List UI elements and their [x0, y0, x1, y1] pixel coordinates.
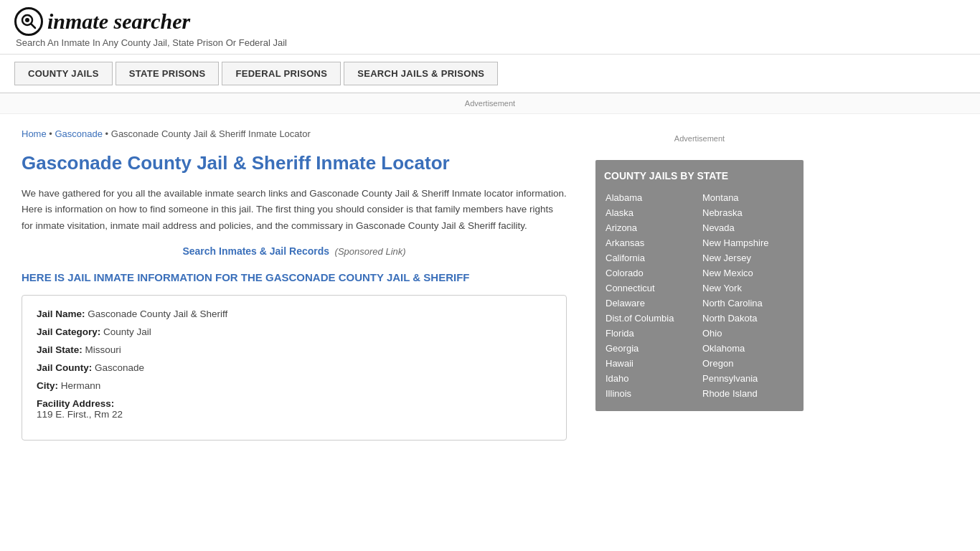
state-link[interactable]: Illinois — [604, 386, 698, 401]
sidebar: Advertisement COUNTY JAILS BY STATE Alab… — [588, 114, 811, 455]
state-link[interactable]: New York — [701, 281, 795, 296]
nav-search-jails-prisons[interactable]: SEARCH JAILS & PRISONS — [344, 62, 498, 85]
jail-name-value: Gasconade County Jail & Sheriff — [88, 309, 227, 319]
logo-area: inmate searcher — [14, 7, 966, 36]
state-link[interactable]: North Dakota — [701, 311, 795, 326]
state-link[interactable]: New Hampshire — [701, 235, 795, 250]
jail-city-label: City: — [37, 380, 58, 391]
state-link[interactable]: Montana — [701, 190, 795, 205]
state-link[interactable]: Ohio — [701, 326, 795, 341]
nav-county-jails[interactable]: COUNTY JAILS — [14, 62, 113, 85]
jail-address-value: 119 E. First., Rm 22 — [37, 409, 552, 420]
state-link[interactable]: Idaho — [604, 371, 698, 386]
state-link[interactable]: Arizona — [604, 220, 698, 235]
jail-address-row: Facility Address: 119 E. First., Rm 22 — [37, 398, 552, 420]
jail-category-row: Jail Category: County Jail — [37, 326, 552, 337]
state-link[interactable]: Nebraska — [701, 205, 795, 220]
navigation: COUNTY JAILS STATE PRISONS FEDERAL PRISO… — [0, 55, 980, 93]
breadcrumb: Home • Gasconade • Gasconade County Jail… — [22, 128, 567, 139]
main-content: Home • Gasconade • Gasconade County Jail… — [0, 114, 588, 455]
state-link[interactable]: Alaska — [604, 205, 698, 220]
state-box-title: COUNTY JAILS BY STATE — [604, 170, 795, 182]
jail-state-label: Jail State: — [37, 344, 83, 355]
state-link[interactable]: Colorado — [604, 265, 698, 281]
state-link[interactable]: Georgia — [604, 341, 698, 356]
state-link[interactable]: Connecticut — [604, 281, 698, 296]
state-link[interactable]: Delaware — [604, 296, 698, 311]
breadcrumb-parent[interactable]: Gasconade — [55, 128, 103, 139]
jail-name-row: Jail Name: Gasconade County Jail & Sheri… — [37, 309, 552, 319]
page-description: We have gathered for you all the availab… — [22, 186, 567, 234]
state-link[interactable]: Oregon — [701, 356, 795, 371]
site-header: inmate searcher Search An Inmate In Any … — [0, 0, 980, 55]
jail-address-label: Facility Address: — [37, 398, 114, 409]
sponsored-label: (Sponsored Link) — [332, 246, 406, 257]
state-link[interactable]: North Carolina — [701, 296, 795, 311]
jail-city-row: City: Hermann — [37, 380, 552, 391]
jail-county-value: Gasconade — [95, 362, 144, 373]
logo-icon — [14, 7, 43, 36]
jail-category-label: Jail Category: — [37, 326, 100, 337]
svg-line-1 — [32, 24, 36, 29]
breadcrumb-home[interactable]: Home — [22, 128, 47, 139]
state-link[interactable]: New Jersey — [701, 250, 795, 265]
jail-info-box: Jail Name: Gasconade County Jail & Sheri… — [22, 295, 567, 441]
state-link[interactable]: Pennsylvania — [701, 371, 795, 386]
jail-county-row: Jail County: Gasconade — [37, 362, 552, 373]
jail-name-label: Jail Name: — [37, 309, 85, 319]
state-link[interactable]: Alabama — [604, 190, 698, 205]
state-link[interactable]: Dist.of Columbia — [604, 311, 698, 326]
ad-bar-top: Advertisement — [0, 93, 980, 114]
nav-federal-prisons[interactable]: FEDERAL PRISONS — [222, 62, 341, 85]
state-link[interactable]: Nevada — [701, 220, 795, 235]
state-link[interactable]: Oklahoma — [701, 341, 795, 356]
sponsored-link-area: Search Inmates & Jail Records (Sponsored… — [22, 245, 567, 257]
svg-point-2 — [25, 18, 29, 22]
sidebar-ad: Advertisement — [595, 128, 804, 149]
state-box: COUNTY JAILS BY STATE AlabamaAlaskaArizo… — [595, 160, 804, 411]
state-link[interactable]: New Mexico — [701, 265, 795, 281]
breadcrumb-sep2: • — [105, 128, 111, 139]
nav-state-prisons[interactable]: STATE PRISONS — [116, 62, 220, 85]
jail-county-label: Jail County: — [37, 362, 92, 373]
state-link[interactable]: California — [604, 250, 698, 265]
jail-category-value: County Jail — [103, 326, 151, 337]
page-title: Gasconade County Jail & Sheriff Inmate L… — [22, 152, 567, 174]
main-layout: Home • Gasconade • Gasconade County Jail… — [0, 114, 980, 455]
state-link[interactable]: Arkansas — [604, 235, 698, 250]
state-col1: AlabamaAlaskaArizonaArkansasCaliforniaCo… — [604, 190, 698, 401]
breadcrumb-current: Gasconade County Jail & Sheriff Inmate L… — [111, 128, 311, 139]
state-col2: MontanaNebraskaNevadaNew HampshireNew Je… — [701, 190, 795, 401]
sponsored-link[interactable]: Search Inmates & Jail Records — [182, 245, 329, 257]
section-heading: HERE IS JAIL INMATE INFORMATION FOR THE … — [22, 271, 567, 283]
jail-city-value: Hermann — [61, 380, 101, 391]
state-link[interactable]: Rhode Island — [701, 386, 795, 401]
site-logo-text: inmate searcher — [47, 9, 190, 34]
jail-state-value: Missouri — [85, 344, 121, 355]
state-link[interactable]: Hawaii — [604, 356, 698, 371]
site-tagline: Search An Inmate In Any County Jail, Sta… — [16, 37, 966, 48]
nav-list: COUNTY JAILS STATE PRISONS FEDERAL PRISO… — [14, 62, 966, 85]
state-grid: AlabamaAlaskaArizonaArkansasCaliforniaCo… — [604, 190, 795, 401]
jail-state-row: Jail State: Missouri — [37, 344, 552, 355]
state-link[interactable]: Florida — [604, 326, 698, 341]
